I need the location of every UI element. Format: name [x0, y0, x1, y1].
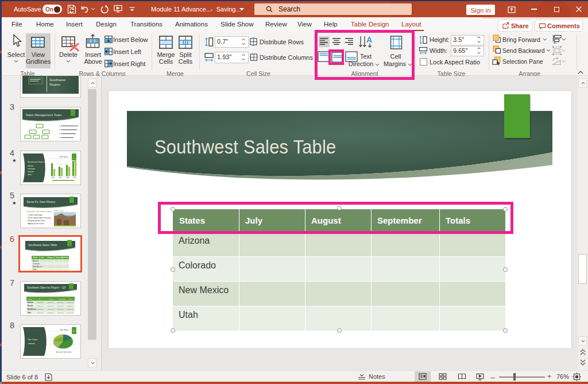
- svg-text:August: August: [49, 298, 53, 300]
- svg-text:• Agency rate areas: • Agency rate areas: [27, 222, 44, 225]
- svg-text:New Mexico: New Mexico: [33, 266, 42, 268]
- svg-text:New Mexico: New Mexico: [28, 308, 36, 310]
- svg-text:Sales Management Team: Sales Management Team: [26, 113, 62, 117]
- svg-text:Totals: Totals: [68, 298, 72, 300]
- svg-text:2018: 2018: [66, 176, 69, 179]
- svg-text:2016 2017 2018 2019: 2016 2017 2018 2019: [56, 351, 72, 354]
- svg-text:Southwest Sales Table: Southwest Sales Table: [28, 243, 57, 247]
- svg-text:• Buying power more: • Buying power more: [27, 220, 45, 222]
- svg-text:Arizona: Arizona: [33, 260, 39, 262]
- svg-text:Southwest Sales by Region – Q3: Southwest Sales by Region – Q3: [27, 286, 66, 289]
- svg-text:Utah: Utah: [33, 268, 37, 271]
- svg-text:Southwest Sales: Southwest Sales: [28, 161, 44, 163]
- svg-text:2016: 2016: [51, 176, 55, 179]
- svg-text:Long-time real estate region..: Long-time real estate region...: [26, 210, 53, 213]
- svg-text:Totals: Totals: [64, 256, 68, 259]
- svg-text:Nevada: Nevada: [28, 305, 33, 307]
- svg-text:Net Sales: Net Sales: [60, 329, 68, 331]
- svg-text:Net Sales: Net Sales: [60, 156, 68, 158]
- svg-text:Arizona: Arizona: [28, 301, 33, 304]
- svg-text:Santa Fe, New Mexico: Santa Fe, New Mexico: [26, 200, 56, 203]
- svg-text:• Taxes about town security: • Taxes about town security: [27, 217, 51, 219]
- svg-text:Points to you: Points to you: [54, 210, 64, 212]
- svg-text:Colorado: Colorado: [33, 263, 40, 265]
- svg-text:September: September: [56, 256, 64, 259]
- svg-text:Region: Region: [49, 83, 60, 86]
- svg-text:Net Sales: Net Sales: [28, 339, 38, 341]
- svg-text:• 2-year parkways: • 2-year parkways: [27, 214, 42, 216]
- svg-text:July: July: [38, 298, 41, 300]
- svg-text:August: August: [48, 256, 54, 259]
- svg-text:September: September: [59, 298, 65, 300]
- svg-text:2019: 2019: [73, 176, 76, 179]
- svg-text:States: States: [33, 256, 38, 259]
- svg-text:2017: 2017: [59, 176, 62, 179]
- svg-text:Utah: Utah: [28, 312, 31, 314]
- svg-text:Southwest: Southwest: [49, 78, 65, 82]
- svg-text:July: July: [41, 256, 44, 259]
- svg-text:States: States: [28, 298, 32, 300]
